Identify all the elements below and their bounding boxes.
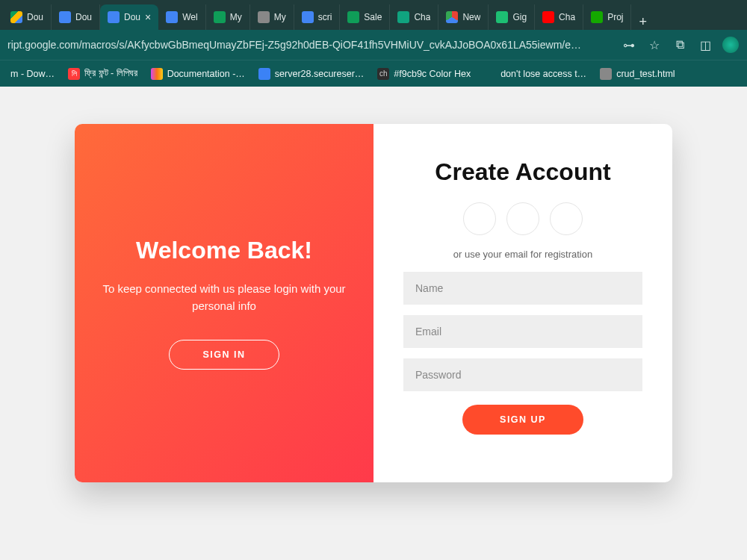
welcome-heading: Welcome Back! <box>136 237 312 264</box>
tab-title: New <box>462 12 480 22</box>
browser-tab-active[interactable]: Dou × <box>100 4 158 30</box>
apps-script-icon <box>59 11 71 23</box>
browser-tab[interactable]: Wel <box>158 4 205 30</box>
star-bookmark-icon[interactable]: ☆ <box>645 36 663 54</box>
tab-title: Gig <box>512 12 527 22</box>
tab-title: Dou <box>75 12 92 22</box>
name-field[interactable] <box>403 272 642 305</box>
bookmarks-bar: m - Dow… লি ফ্রি ফন্ট - লিপিঘর Documenta… <box>0 60 747 87</box>
tab-title: My <box>230 12 242 22</box>
signup-panel: Create Account or use your email for reg… <box>374 124 672 482</box>
globe-icon <box>258 11 270 23</box>
bookmark-label: don't lose access t… <box>500 69 586 79</box>
bookmark-label: server28.secureser… <box>275 69 365 79</box>
tab-title: Dou <box>27 12 43 22</box>
address-bar: ript.google.com/macros/s/AKfycbwGbBmeqUm… <box>0 30 747 60</box>
youtube-icon <box>542 11 554 23</box>
browser-tab[interactable]: Gig <box>489 4 535 30</box>
chrome-icon <box>446 11 458 23</box>
browser-tab[interactable]: Cha <box>390 4 438 30</box>
social-login-linkedin[interactable] <box>550 202 583 235</box>
welcome-panel: Welcome Back! To keep connected with us … <box>75 124 374 482</box>
browser-tab[interactable]: Dou <box>3 4 52 30</box>
auth-card: Welcome Back! To keep connected with us … <box>75 124 672 482</box>
sheets-icon <box>214 11 226 23</box>
tab-title: scri <box>318 12 332 22</box>
bookmark-item[interactable]: server28.secureser… <box>258 68 365 80</box>
password-key-icon[interactable]: ⊶ <box>620 36 638 54</box>
drive-icon <box>10 11 22 23</box>
bookmark-label: Documentation -… <box>167 69 245 79</box>
password-field[interactable] <box>403 358 642 391</box>
page-viewport: Welcome Back! To keep connected with us … <box>0 87 747 560</box>
bookmark-item[interactable]: ch #f9cb9c Color Hex <box>377 68 471 80</box>
chatgpt-icon <box>397 11 409 23</box>
bookmark-label: #f9cb9c Color Hex <box>394 69 471 79</box>
social-login-row <box>463 202 583 235</box>
docs-icon <box>166 11 178 23</box>
browser-tab[interactable]: Dou <box>52 4 100 30</box>
new-tab-button[interactable]: + <box>631 14 654 30</box>
globe-icon <box>600 68 612 80</box>
tab-title: Cha <box>414 12 430 22</box>
grammarly-icon[interactable] <box>722 36 740 54</box>
apps-script-icon <box>108 11 120 23</box>
bookmark-label: crud_test.html <box>616 69 675 79</box>
signup-heading: Create Account <box>435 158 610 186</box>
bookmark-item[interactable]: লি ফ্রি ফন্ট - লিপিঘর <box>68 68 137 80</box>
tab-title: Wel <box>182 12 197 22</box>
browser-tab[interactable]: My <box>250 4 294 30</box>
tab-title: My <box>274 12 286 22</box>
browser-tab[interactable]: My <box>206 4 250 30</box>
browser-tab[interactable]: Proj <box>583 4 631 30</box>
sign-in-button[interactable]: SIGN IN <box>169 340 279 370</box>
sign-up-button[interactable]: SIGN UP <box>462 405 583 435</box>
microsoft-icon <box>484 68 496 80</box>
tab-title: Dou <box>124 12 140 22</box>
browser-tab-strip: Dou Dou Dou × Wel My My scri Sale Cha Ne… <box>0 0 747 30</box>
upwork-icon <box>591 11 603 23</box>
tab-title: Sale <box>364 12 382 22</box>
docs-icon <box>151 68 163 80</box>
bookmark-item[interactable]: don't lose access t… <box>484 68 586 80</box>
server-icon <box>258 68 270 80</box>
bookmark-label: m - Dow… <box>10 69 55 79</box>
email-field[interactable] <box>403 315 642 348</box>
welcome-subtext: To keep connected with us please login w… <box>97 281 351 314</box>
bookmark-item[interactable]: m - Dow… <box>10 69 55 79</box>
apps-script-icon <box>302 11 314 23</box>
lipighor-icon: লি <box>68 68 80 80</box>
side-panel-icon[interactable]: ◫ <box>696 36 714 54</box>
colorhex-icon: ch <box>377 68 389 80</box>
tab-title: Proj <box>607 12 623 22</box>
browser-tab[interactable]: scri <box>294 4 341 30</box>
bookmark-label: ফ্রি ফন্ট - লিপিঘর <box>84 68 137 79</box>
extensions-icon[interactable]: ⧉ <box>671 36 689 54</box>
bookmark-item[interactable]: crud_test.html <box>600 68 675 80</box>
signup-subtext: or use your email for registration <box>453 249 592 260</box>
social-login-facebook[interactable] <box>463 202 496 235</box>
tab-title: Cha <box>559 12 575 22</box>
fiverr-icon <box>496 11 508 23</box>
social-login-google[interactable] <box>506 202 539 235</box>
url-text[interactable]: ript.google.com/macros/s/AKfycbwGbBmeqUm… <box>7 39 613 51</box>
close-tab-icon[interactable]: × <box>145 11 151 23</box>
sheets-icon <box>347 11 359 23</box>
browser-tab[interactable]: New <box>438 4 489 30</box>
browser-tab[interactable]: Sale <box>340 4 390 30</box>
browser-tab[interactable]: Cha <box>535 4 583 30</box>
bookmark-item[interactable]: Documentation -… <box>151 68 245 80</box>
